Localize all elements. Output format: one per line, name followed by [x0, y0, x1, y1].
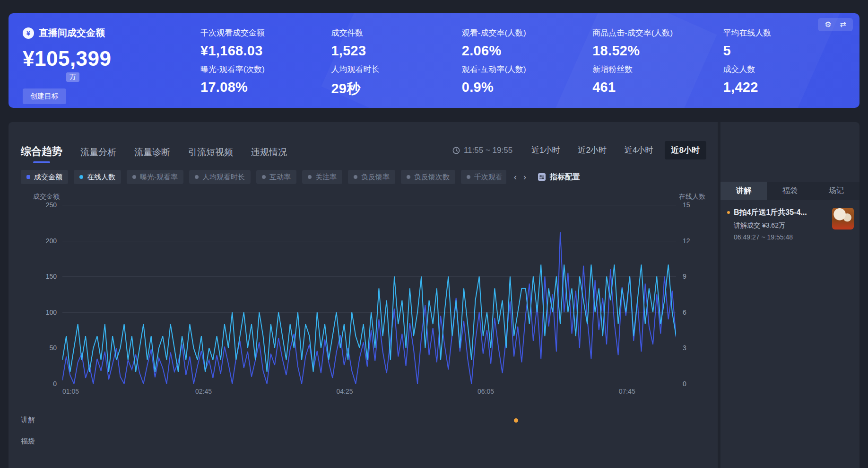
- event-row-福袋: 福袋: [21, 431, 706, 452]
- gridline: [62, 205, 676, 205]
- banner-metric: 新增粉丝数461: [592, 64, 714, 98]
- event-row-label: 讲解: [21, 415, 64, 424]
- left-tick: 200: [46, 237, 57, 245]
- range-button-近1小时[interactable]: 近1小时: [525, 141, 566, 159]
- tab-引流短视频[interactable]: 引流短视频: [188, 146, 233, 163]
- x-tick: 02:45: [195, 388, 212, 395]
- metric-value: 1,523: [331, 43, 453, 59]
- metric-label: 观看-互动率(人数): [462, 64, 584, 75]
- right-tab-场记[interactable]: 场记: [813, 182, 859, 200]
- dashboard-page: ¥ 直播间成交金额 ¥105,399 万 创建目标 千次观看成交金额¥1,168…: [0, 0, 868, 468]
- metric-label: 曝光-观看率(次数): [200, 64, 322, 75]
- chips-next-icon[interactable]: ›: [523, 172, 526, 182]
- metrics-grid: 千次观看成交金额¥1,168.03成交件数1,523观看-成交率(人数)2.06…: [179, 24, 845, 99]
- legend-chip-成交金额[interactable]: 成交金额: [21, 170, 68, 184]
- metric-label: 观看-成交率(人数): [462, 27, 584, 38]
- banner-metric: 成交人数1,422: [723, 64, 845, 98]
- metric-value: ¥1,168.03: [200, 43, 322, 59]
- right-tab-讲解[interactable]: 讲解: [720, 182, 767, 200]
- legend-chip-关注率[interactable]: 关注率: [302, 170, 342, 184]
- legend-chips-row: 成交金额在线人数曝光-观看率人均观看时长互动率关注率负反馈率负反馈次数千次观看 …: [21, 170, 706, 184]
- legend-chip-label: 曝光-观看率: [140, 173, 178, 182]
- metric-value: 5: [723, 43, 845, 59]
- explain-item[interactable]: B拍4斤送1斤共35-4... 讲解成交 ¥3.62万 06:49:27 ~ 1…: [720, 200, 859, 241]
- series-line-在线人数: [62, 265, 676, 372]
- chips-pagination: ‹ ›: [512, 172, 528, 182]
- x-tick: 06:05: [477, 388, 494, 395]
- tab-流量诊断[interactable]: 流量诊断: [134, 146, 170, 163]
- summary-banner: ¥ 直播间成交金额 ¥105,399 万 创建目标 千次观看成交金额¥1,168…: [9, 13, 859, 108]
- right-tick: 15: [683, 201, 690, 209]
- chips-prev-icon[interactable]: ‹: [514, 172, 517, 182]
- create-goal-button[interactable]: 创建目标: [23, 88, 66, 104]
- main-panel: 综合趋势流量分析流量诊断引流短视频违规情况 11:55 ~ 19:55 近1小时…: [9, 122, 859, 468]
- legend-chip-负反馈次数[interactable]: 负反馈次数: [401, 170, 455, 184]
- x-axis-labels: 01:0502:4504:2506:0507:45: [62, 384, 676, 398]
- metric-label: 成交件数: [331, 27, 453, 38]
- section-tabs: 综合趋势流量分析流量诊断引流短视频违规情况: [21, 144, 287, 163]
- metric-config-button[interactable]: 指标配置: [538, 172, 580, 182]
- metric-value: 461: [592, 79, 714, 95]
- chart-plot-area[interactable]: [62, 205, 676, 384]
- unit-badge: 万: [66, 72, 79, 82]
- right-panel: 讲解福袋场记 B拍4斤送1斤共35-4... 讲解成交 ¥3.62万 06:49…: [718, 122, 859, 468]
- tab-违规情况[interactable]: 违规情况: [251, 146, 287, 163]
- gmv-block: ¥ 直播间成交金额 ¥105,399 万 创建目标: [23, 24, 179, 99]
- legend-chip-在线人数[interactable]: 在线人数: [74, 170, 121, 184]
- range-button-近8小时[interactable]: 近8小时: [665, 141, 706, 159]
- legend-chip-人均观看时长[interactable]: 人均观看时长: [189, 170, 251, 184]
- event-row-label: 福袋: [21, 437, 64, 446]
- banner-metric: 成交件数1,523: [331, 27, 453, 61]
- banner-title: 直播间成交金额: [39, 26, 105, 39]
- metric-value: 1,422: [723, 79, 845, 95]
- range-button-近2小时[interactable]: 近2小时: [572, 141, 613, 159]
- event-rows: 讲解福袋: [21, 409, 706, 452]
- legend-chip-负反馈率[interactable]: 负反馈率: [348, 170, 395, 184]
- x-tick: 07:45: [619, 388, 635, 395]
- right-tick: 12: [683, 237, 690, 245]
- swap-icon[interactable]: ⇄: [840, 21, 846, 28]
- event-dot[interactable]: [514, 418, 518, 423]
- gridline: [62, 348, 676, 348]
- metric-config-label: 指标配置: [550, 172, 580, 182]
- banner-metric: 千次观看成交金额¥1,168.03: [200, 27, 322, 61]
- metric-value: 18.52%: [592, 43, 714, 59]
- tab-综合趋势[interactable]: 综合趋势: [21, 144, 62, 163]
- trend-section: 综合趋势流量分析流量诊断引流短视频违规情况 11:55 ~ 19:55 近1小时…: [9, 122, 718, 468]
- banner-tools: ⚙ ⇄: [818, 18, 853, 31]
- item-subtitle: 讲解成交 ¥3.62万: [727, 221, 827, 230]
- item-title: B拍4斤送1斤共35-4...: [734, 208, 807, 218]
- left-tick: 50: [49, 344, 57, 352]
- banner-metric: 观看-互动率(人数)0.9%: [462, 64, 584, 98]
- legend-chip-label: 千次观看: [474, 173, 503, 182]
- legend-chip-千次观看[interactable]: 千次观看: [461, 170, 506, 184]
- item-bullet-icon: [727, 211, 730, 214]
- legend-marker: [195, 175, 199, 179]
- metric-label: 商品点击-成交率(人数): [592, 27, 714, 38]
- banner-metric: 观看-成交率(人数)2.06%: [462, 27, 584, 61]
- banner-metric: 商品点击-成交率(人数)18.52%: [592, 27, 714, 61]
- legend-marker: [132, 175, 136, 179]
- legend-chip-label: 负反馈率: [361, 173, 390, 182]
- legend-chip-label: 关注率: [315, 173, 337, 182]
- legend-marker: [308, 175, 312, 179]
- legend-marker: [354, 175, 357, 179]
- tab-流量分析[interactable]: 流量分析: [80, 146, 116, 163]
- left-tick: 100: [46, 309, 57, 316]
- range-buttons: 近1小时近2小时近4小时近8小时: [525, 141, 706, 159]
- yuan-coin-icon: ¥: [23, 27, 34, 39]
- right-tick: 6: [683, 309, 686, 316]
- legend-chip-label: 成交金额: [34, 173, 62, 182]
- legend-chip-互动率[interactable]: 互动率: [256, 170, 296, 184]
- right-tick: 0: [683, 380, 686, 388]
- gear-icon[interactable]: ⚙: [825, 21, 831, 28]
- right-panel-tabs: 讲解福袋场记: [720, 182, 859, 200]
- right-tab-福袋[interactable]: 福袋: [767, 182, 813, 200]
- right-tick: 9: [683, 273, 686, 280]
- gridline: [62, 312, 676, 313]
- range-button-近4小时[interactable]: 近4小时: [618, 141, 660, 159]
- product-thumbnail: [832, 208, 854, 230]
- banner-metric: 平均在线人数5: [723, 27, 845, 61]
- legend-marker: [262, 175, 266, 179]
- legend-chip-曝光-观看率[interactable]: 曝光-观看率: [127, 170, 183, 184]
